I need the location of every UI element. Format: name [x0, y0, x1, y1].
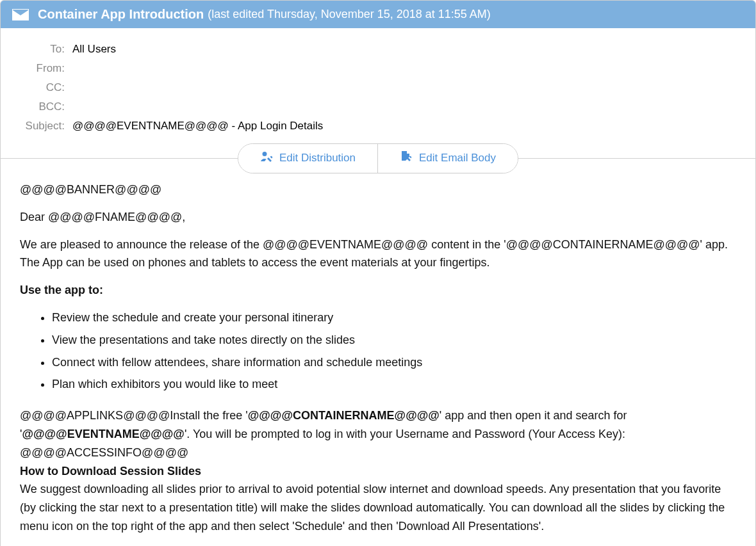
download-text: We suggest downloading all slides prior …	[20, 483, 725, 533]
list-item: Connect with fellow attendees, share inf…	[52, 353, 736, 372]
install-paragraph: @@@@APPLINKS@@@@Install the free '@@@@CO…	[20, 406, 736, 536]
list-item: Review the schedule and create your pers…	[52, 309, 736, 327]
mail-icon	[12, 9, 29, 20]
event-name-bold: @@@@EVENTNAME@@@@	[22, 428, 184, 440]
panel-title: Container App Introduction	[38, 7, 204, 22]
container-name-bold: @@@@CONTAINERNAME@@@@	[248, 409, 440, 422]
banner-placeholder: @@@@BANNER@@@@	[20, 181, 736, 199]
email-template-panel: Container App Introduction (last edited …	[0, 0, 756, 546]
subject-label: Subject:	[20, 120, 65, 132]
to-value: All Users	[72, 43, 116, 56]
email-header-fields: To: All Users From: CC: BCC: Subject: @@…	[1, 28, 755, 142]
from-row: From:	[20, 59, 736, 78]
subject-row: Subject: @@@@EVENTNAME@@@@ - App Login D…	[20, 116, 736, 136]
access-info: @@@@ACCESSINFO@@@@	[20, 446, 188, 459]
panel-subtitle: (last edited Thursday, November 15, 2018…	[208, 8, 491, 21]
user-edit-icon	[260, 150, 273, 166]
edit-distribution-button[interactable]: Edit Distribution	[238, 144, 377, 173]
list-item: View the presentations and take notes di…	[52, 331, 736, 349]
edit-email-body-button[interactable]: Edit Email Body	[377, 144, 518, 173]
bcc-row: BCC:	[20, 97, 736, 116]
intro-paragraph: We are pleased to announce the release o…	[20, 236, 736, 273]
use-heading: Use the app to:	[20, 281, 736, 300]
subject-value: @@@@EVENTNAME@@@@ - App Login Details	[72, 120, 323, 132]
cc-row: CC:	[20, 78, 736, 97]
edit-email-body-label: Edit Email Body	[419, 152, 496, 165]
install-pre: @@@@APPLINKS@@@@Install the free '	[20, 409, 248, 422]
bcc-label: BCC:	[20, 100, 65, 113]
use-list: Review the schedule and create your pers…	[52, 309, 736, 394]
cc-label: CC:	[20, 81, 65, 94]
email-body: @@@@BANNER@@@@ Dear @@@@FNAME@@@@, We ar…	[1, 174, 755, 546]
to-row: To: All Users	[20, 40, 736, 59]
download-heading: How to Download Session Slides	[20, 465, 201, 478]
install-post: '. You will be prompted to log in with y…	[185, 428, 625, 440]
panel-header: Container App Introduction (last edited …	[1, 1, 755, 28]
list-item: Plan which exhibitors you would like to …	[52, 375, 736, 394]
action-divider: Edit Distribution Edit Email Body	[1, 142, 755, 174]
greeting: Dear @@@@FNAME@@@@,	[20, 208, 736, 227]
document-edit-icon	[400, 150, 413, 166]
action-button-group: Edit Distribution Edit Email Body	[238, 143, 518, 173]
edit-distribution-label: Edit Distribution	[279, 152, 356, 165]
from-label: From:	[20, 62, 65, 75]
to-label: To:	[20, 43, 65, 56]
